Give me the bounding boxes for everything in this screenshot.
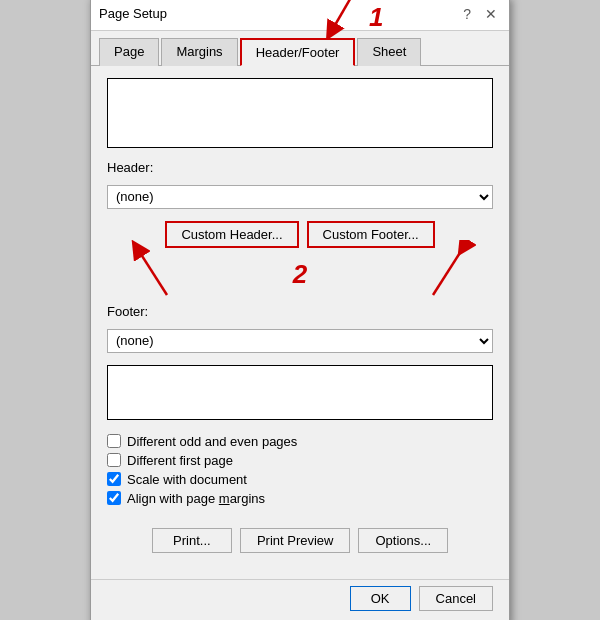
custom-buttons-row: Custom Header... Custom Footer... 2 [107,221,493,248]
svg-line-0 [331,0,353,32]
checkbox-scale-label: Scale with document [127,472,247,487]
options-button[interactable]: Options... [358,528,448,553]
tab-headerfooter[interactable]: Header/Footer 1 [240,38,356,66]
footer-preview-box [107,365,493,420]
annotation-1: 1 [369,2,383,33]
checkbox-align-label: Align with page margins [127,491,265,506]
checkbox-first-page-row: Different first page [107,453,493,468]
custom-footer-button[interactable]: Custom Footer... [307,221,435,248]
header-select[interactable]: (none) Page 1 Sheet Name [107,185,493,209]
header-label: Header: [107,160,493,175]
dialog-content: Header: (none) Page 1 Sheet Name Custom … [91,66,509,575]
tab-margins[interactable]: Margins [161,38,237,66]
checkbox-align[interactable] [107,491,121,505]
checkboxes-group: Different odd and even pages Different f… [107,434,493,506]
help-icon[interactable]: ? [459,4,475,24]
checkbox-scale-row: Scale with document [107,472,493,487]
custom-header-button[interactable]: Custom Header... [165,221,298,248]
title-bar: Page Setup ? ✕ [91,0,509,31]
tabs-bar: Page Margins Header/Footer 1 Sheet [91,31,509,66]
checkbox-first-page-label: Different first page [127,453,233,468]
arrow-1-icon [313,0,363,40]
print-preview-button[interactable]: Print Preview [240,528,351,553]
tab-sheet[interactable]: Sheet [357,38,421,66]
checkbox-odd-even-row: Different odd and even pages [107,434,493,449]
tab-page[interactable]: Page [99,38,159,66]
dialog-title: Page Setup [99,6,167,21]
footer-label: Footer: [107,304,493,319]
checkbox-odd-even-label: Different odd and even pages [127,434,297,449]
close-icon[interactable]: ✕ [481,4,501,24]
footer-select[interactable]: (none) Page 1 Sheet Name [107,329,493,353]
cancel-button[interactable]: Cancel [419,586,493,611]
checkbox-align-row: Align with page margins [107,491,493,506]
header-preview-box [107,78,493,148]
ok-cancel-row: OK Cancel [91,579,509,621]
checkbox-odd-even[interactable] [107,434,121,448]
checkbox-scale[interactable] [107,472,121,486]
annotation-2: 2 [293,259,307,290]
action-buttons-row: Print... Print Preview Options... [107,528,493,563]
footer-select-row: (none) Page 1 Sheet Name [107,329,493,353]
checkbox-first-page[interactable] [107,453,121,467]
print-button[interactable]: Print... [152,528,232,553]
title-icons: ? ✕ [459,4,501,24]
page-setup-dialog: Page Setup ? ✕ Page Margins Header/Foote… [90,0,510,620]
header-select-row: (none) Page 1 Sheet Name [107,185,493,209]
ok-button[interactable]: OK [350,586,411,611]
